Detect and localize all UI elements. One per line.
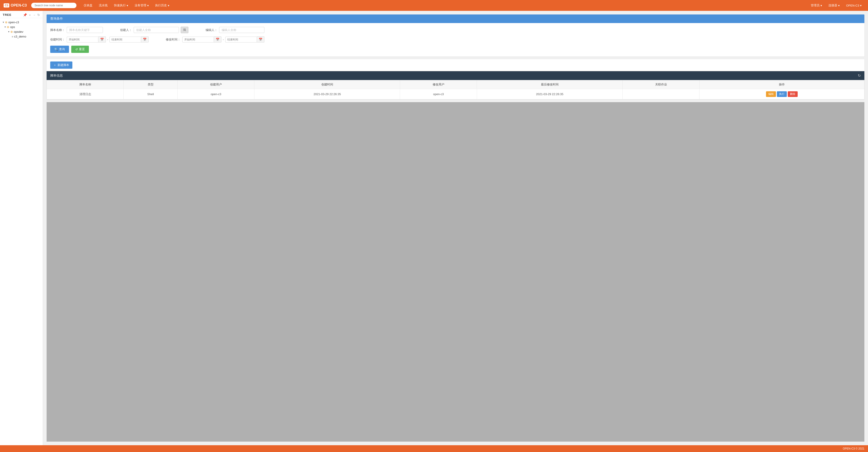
footer: OPEN-C3 © 2021 xyxy=(0,445,868,452)
editor-label: 编辑人： xyxy=(206,28,217,32)
form-row-1: 脚本名称： 创建人： 我 编辑人： xyxy=(50,27,861,33)
col-script-name: 脚本名称 xyxy=(47,80,124,89)
folder-icon: ⊕ xyxy=(7,25,9,29)
chevron-down-icon: ▾ xyxy=(838,4,840,7)
nav-dashboard[interactable]: 仪表盘 xyxy=(81,2,95,9)
wo-button[interactable]: 我 xyxy=(181,27,188,33)
script-name-label: 脚本名称： xyxy=(50,28,65,32)
cell-modifier: open-c3 xyxy=(400,89,477,99)
nav-pipeline[interactable]: 流水线 xyxy=(96,2,111,9)
row-action-buttons: 编辑 执行 删除 xyxy=(702,91,862,97)
sidebar: TREE 📌 ＋ － ↻ ▾ ⊕ open-c3 ▾ ⊕ ops xyxy=(0,11,43,445)
query-panel-body: 脚本名称： 创建人： 我 编辑人： 创建 xyxy=(46,23,864,57)
sidebar-refresh-button[interactable]: ↻ xyxy=(37,13,40,17)
tree-item-ops[interactable]: ▾ ⊕ ops xyxy=(0,25,43,29)
script-name-input[interactable] xyxy=(67,27,103,33)
create-end-input[interactable] xyxy=(110,37,141,42)
editor-input[interactable] xyxy=(219,27,265,33)
nav-connector[interactable]: 连接器 ▾ xyxy=(826,2,842,9)
tree-item-opsdev[interactable]: ▾ ⊕ opsdev xyxy=(0,29,43,34)
brand-logo[interactable]: C3 OPEN-C3 xyxy=(4,3,27,7)
folder-icon: ⊕ xyxy=(5,21,7,24)
chevron-down-icon: ▾ xyxy=(820,4,822,7)
creator-label: 创建人： xyxy=(120,28,132,32)
top-navigation: C3 OPEN-C3 仪表盘 流水线 快速执行 ▾ 业务管理 ▾ 执行历史 ▾ … xyxy=(0,0,868,11)
sidebar-pin-button[interactable]: 📌 xyxy=(23,13,27,17)
modify-time-range: 📅 - 📅 xyxy=(182,36,264,42)
modify-end-calendar-button[interactable]: 📅 xyxy=(257,36,265,42)
execute-button[interactable]: 执行 xyxy=(777,91,787,97)
query-panel-title: 查询条件 xyxy=(50,17,63,20)
delete-button[interactable]: 删除 xyxy=(788,91,798,97)
modify-end-input[interactable] xyxy=(225,37,257,42)
form-row-2: 创建时间： 📅 - 📅 xyxy=(50,36,861,42)
modify-start-calendar-button[interactable]: 📅 xyxy=(214,36,221,42)
date-dash: - xyxy=(107,38,108,41)
nav-quick-execute[interactable]: 快速执行 ▾ xyxy=(111,2,131,9)
chevron-down-icon: ▾ xyxy=(4,26,6,29)
sidebar-header: TREE 📌 ＋ － ↻ xyxy=(0,11,43,18)
reset-button[interactable]: ↺ 重置 xyxy=(71,46,89,53)
cell-create-time: 2021-03-29 22:26:35 xyxy=(254,89,400,99)
create-start-wrap: 📅 xyxy=(67,36,106,42)
create-start-calendar-button[interactable]: 📅 xyxy=(98,36,106,42)
modify-time-label: 修改时间： xyxy=(166,37,181,41)
form-group-modify-time: 修改时间： 📅 - 📅 xyxy=(166,36,264,42)
nav-business-manage[interactable]: 业务管理 ▾ xyxy=(132,2,152,9)
modify-end-wrap: 📅 xyxy=(225,36,265,42)
nav-right: 管理员 ▾ 连接器 ▾ OPEN-C3 ▾ xyxy=(808,2,864,9)
col-actions: 操作 xyxy=(700,80,864,89)
table-body: 清理日志 Shell open-c3 2021-03-29 22:26:35 o… xyxy=(47,89,864,99)
tree-item-c3-demo[interactable]: ≡ c3_demo xyxy=(0,34,43,39)
script-table: 脚本名称 类型 创建用户 创建时间 修改用户 最后修改时间 关联作业 操作 清理 xyxy=(46,80,864,99)
create-time-label: 创建时间： xyxy=(50,37,65,41)
table-row: 清理日志 Shell open-c3 2021-03-29 22:26:35 o… xyxy=(47,89,864,99)
new-script-row: ＋ 新建脚本 xyxy=(46,59,864,71)
nav-open-c3[interactable]: OPEN-C3 ▾ xyxy=(843,2,864,8)
script-table-wrapper: 脚本名称 类型 创建用户 创建时间 修改用户 最后修改时间 关联作业 操作 清理 xyxy=(46,80,864,99)
date-dash-2: - xyxy=(222,38,224,41)
new-script-button[interactable]: ＋ 新建脚本 xyxy=(50,62,72,69)
query-action-row: 🔍 查询 ↺ 重置 xyxy=(50,46,861,53)
create-end-calendar-button[interactable]: 📅 xyxy=(141,36,149,42)
chevron-down-icon: ▾ xyxy=(8,30,9,33)
tree-item-open-c3[interactable]: ▾ ⊕ open-c3 xyxy=(0,20,43,25)
script-panel: ＋ 新建脚本 脚本信息 ↻ 脚本名称 类型 创建用户 创建时间 修改 xyxy=(46,59,864,99)
col-type: 类型 xyxy=(124,80,178,89)
tree-label: opsdev xyxy=(14,30,23,33)
col-modifier: 修改用户 xyxy=(400,80,477,89)
modify-start-input[interactable] xyxy=(182,37,214,42)
cell-creator: open-c3 xyxy=(178,89,254,99)
sidebar-add-button[interactable]: ＋ xyxy=(28,13,31,17)
tree-label: c3_demo xyxy=(14,35,26,38)
search-input[interactable] xyxy=(31,3,76,8)
creator-input[interactable] xyxy=(134,27,179,33)
chevron-down-icon: ▾ xyxy=(168,4,169,7)
sidebar-title: TREE xyxy=(3,13,11,17)
cell-type: Shell xyxy=(124,89,178,99)
script-icon: ≡ xyxy=(12,35,13,38)
cell-actions: 编辑 执行 删除 xyxy=(700,89,864,99)
chevron-down-icon: ▾ xyxy=(860,4,862,7)
tree-label: open-c3 xyxy=(8,21,19,24)
tree-label: ops xyxy=(10,25,15,29)
create-time-range: 📅 - 📅 xyxy=(67,36,149,42)
sidebar-minus-button[interactable]: － xyxy=(33,13,36,17)
create-start-input[interactable] xyxy=(67,37,98,42)
query-button[interactable]: 🔍 查询 xyxy=(50,46,69,53)
plus-icon: ＋ xyxy=(53,63,56,67)
sidebar-actions: 📌 ＋ － ↻ xyxy=(23,13,40,17)
form-group-editor: 编辑人： xyxy=(206,27,265,33)
query-panel-header: 查询条件 xyxy=(46,14,864,23)
chevron-down-icon: ▾ xyxy=(127,4,128,7)
search-icon: 🔍 xyxy=(54,48,58,51)
form-group-create-time: 创建时间： 📅 - 📅 xyxy=(50,36,149,42)
gray-area xyxy=(46,102,864,442)
script-panel-title: 脚本信息 xyxy=(50,74,63,78)
refresh-icon[interactable]: ↻ xyxy=(858,73,861,78)
nav-exec-history[interactable]: 执行历史 ▾ xyxy=(152,2,172,9)
edit-button[interactable]: 编辑 xyxy=(766,91,776,97)
create-end-wrap: 📅 xyxy=(110,36,149,42)
col-create-time: 创建时间 xyxy=(254,80,400,89)
nav-admin[interactable]: 管理员 ▾ xyxy=(808,2,825,9)
